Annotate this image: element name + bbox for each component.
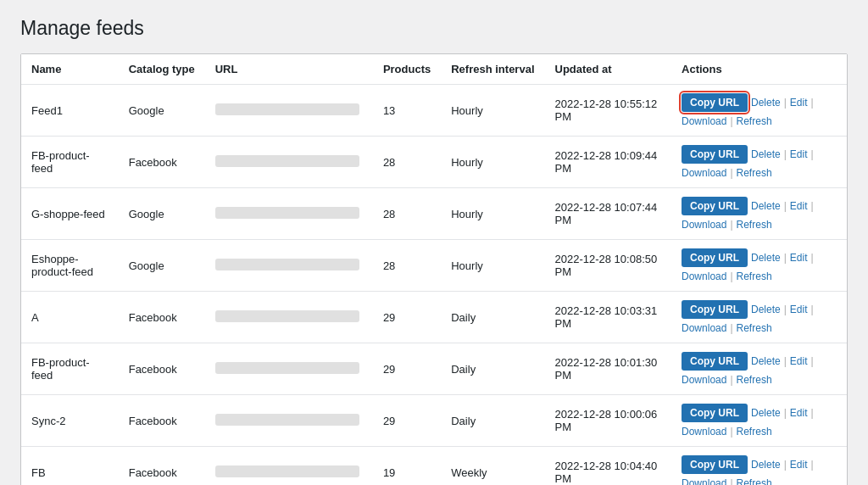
edit-link[interactable]: Edit [790,252,808,264]
delete-link[interactable]: Delete [751,304,781,315]
refresh-link[interactable]: Refresh [737,374,772,386]
separator: | [730,219,732,231]
separator: | [811,148,814,160]
cell-products: 19 [373,447,441,486]
refresh-link[interactable]: Refresh [737,322,772,334]
edit-link[interactable]: Edit [790,355,808,367]
refresh-link[interactable]: Refresh [737,426,772,438]
edit-link[interactable]: Edit [790,459,808,471]
url-placeholder [215,155,359,167]
cell-products: 28 [373,137,441,188]
download-link[interactable]: Download [682,167,726,179]
refresh-link[interactable]: Refresh [737,270,772,282]
cell-updated-at: 2022-12-28 10:55:12 PM [545,85,672,137]
edit-link[interactable]: Edit [790,304,808,315]
refresh-link[interactable]: Refresh [737,167,772,179]
cell-updated-at: 2022-12-28 10:09:44 PM [545,137,672,188]
download-link[interactable]: Download [682,270,726,282]
cell-url [205,447,373,486]
download-link[interactable]: Download [682,374,726,386]
table-row: G-shoppe-feedGoogle28Hourly2022-12-28 10… [21,188,847,240]
download-link[interactable]: Download [682,477,726,485]
download-link[interactable]: Download [682,426,726,438]
table-header-row: Name Catalog type URL Products Refresh i… [21,54,847,85]
edit-link[interactable]: Edit [790,200,808,212]
edit-link[interactable]: Edit [790,148,808,160]
cell-name: Sync-2 [21,395,119,447]
cell-catalog-type: Google [119,85,205,137]
delete-link[interactable]: Delete [751,148,781,160]
table-row: FB-product-feedFacebook28Hourly2022-12-2… [21,137,847,188]
url-placeholder [215,259,359,270]
separator: | [730,322,732,334]
cell-updated-at: 2022-12-28 10:08:50 PM [545,240,672,292]
separator: | [730,115,732,127]
download-link[interactable]: Download [682,219,726,231]
table-row: FB-product-feedFacebook29Daily2022-12-28… [21,343,847,395]
cell-actions: Copy URLDelete | Edit |Download | Refres… [671,447,847,486]
edit-link[interactable]: Edit [790,97,808,109]
download-link[interactable]: Download [682,322,726,334]
copy-url-button[interactable]: Copy URL [682,352,748,371]
delete-link[interactable]: Delete [751,200,781,212]
delete-link[interactable]: Delete [751,97,781,109]
delete-link[interactable]: Delete [751,252,781,264]
download-link[interactable]: Download [682,115,726,127]
url-placeholder [215,103,359,115]
refresh-link[interactable]: Refresh [737,115,772,127]
cell-name: Feed1 [21,85,119,137]
copy-url-button[interactable]: Copy URL [682,145,748,164]
page-title: Manage feeds [20,17,848,40]
copy-url-button[interactable]: Copy URL [682,93,748,112]
cell-refresh-interval: Hourly [441,188,544,240]
copy-url-button[interactable]: Copy URL [682,300,748,319]
cell-updated-at: 2022-12-28 10:07:44 PM [545,188,672,240]
cell-products: 28 [373,240,441,292]
feeds-table: Name Catalog type URL Products Refresh i… [21,54,847,485]
cell-actions: Copy URLDelete | Edit |Download | Refres… [671,85,847,137]
cell-url [205,137,373,188]
cell-products: 29 [373,292,441,343]
copy-url-button[interactable]: Copy URL [682,455,748,474]
delete-link[interactable]: Delete [751,459,781,471]
cell-actions: Copy URLDelete | Edit |Download | Refres… [671,188,847,240]
table-row: Eshoppe-product-feedGoogle28Hourly2022-1… [21,240,847,292]
cell-name: G-shoppe-feed [21,188,119,240]
cell-products: 29 [373,343,441,395]
feeds-table-container: Name Catalog type URL Products Refresh i… [20,53,848,485]
table-row: Sync-2Facebook29Daily2022-12-28 10:00:06… [21,395,847,447]
separator: | [811,304,814,315]
copy-url-button[interactable]: Copy URL [682,404,748,422]
cell-catalog-type: Google [119,188,205,240]
copy-url-button[interactable]: Copy URL [682,248,748,267]
separator: | [784,252,787,264]
separator: | [811,252,814,264]
col-header-actions: Actions [671,54,847,85]
delete-link[interactable]: Delete [751,407,781,419]
copy-url-button[interactable]: Copy URL [682,197,748,215]
cell-name: Eshoppe-product-feed [21,240,119,292]
refresh-link[interactable]: Refresh [737,219,772,231]
col-header-updated-at: Updated at [545,54,672,85]
cell-url [205,343,373,395]
table-row: FBFacebook19Weekly2022-12-28 10:04:40 PM… [21,447,847,486]
cell-catalog-type: Google [119,240,205,292]
separator: | [730,167,732,179]
edit-link[interactable]: Edit [790,407,808,419]
separator: | [784,407,787,419]
cell-refresh-interval: Hourly [441,85,544,137]
cell-name: FB-product-feed [21,137,119,188]
refresh-link[interactable]: Refresh [737,477,772,485]
separator: | [730,374,732,386]
delete-link[interactable]: Delete [751,355,781,367]
cell-updated-at: 2022-12-28 10:00:06 PM [545,395,672,447]
separator: | [811,407,814,419]
cell-name: A [21,292,119,343]
url-placeholder [215,207,359,219]
cell-catalog-type: Facebook [119,137,205,188]
separator: | [811,200,814,212]
cell-catalog-type: Facebook [119,395,205,447]
col-header-catalog: Catalog type [119,54,205,85]
cell-name: FB [21,447,119,486]
separator: | [784,355,787,367]
